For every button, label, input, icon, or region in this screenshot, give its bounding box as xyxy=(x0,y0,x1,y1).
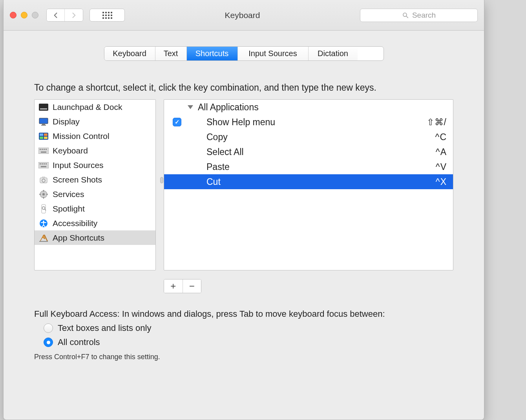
svg-rect-21 xyxy=(44,163,45,164)
footer-hint: Press Control+F7 to change this setting. xyxy=(34,353,453,361)
radio-checked-icon[interactable] xyxy=(44,338,53,347)
mission-control-icon xyxy=(38,132,49,141)
svg-rect-26 xyxy=(42,177,45,178)
svg-rect-6 xyxy=(41,125,46,126)
app-shortcuts-icon xyxy=(38,234,49,242)
minimize-window-button[interactable] xyxy=(21,12,27,18)
svg-point-0 xyxy=(403,13,407,16)
key-combo[interactable]: ⇧⌘/ xyxy=(404,117,447,128)
keyboard-icon xyxy=(38,146,49,155)
add-button[interactable]: + xyxy=(164,279,183,293)
tab-shortcuts[interactable]: Shortcuts xyxy=(187,47,238,60)
search-icon xyxy=(402,12,409,19)
toolbar: Keyboard Search xyxy=(4,0,484,31)
window-title: Keyboard xyxy=(129,11,356,20)
shortcut-show-help-menu[interactable]: ✓ Show Help menu ⇧⌘/ xyxy=(164,115,453,130)
radio-icon[interactable] xyxy=(44,323,53,333)
tab-keyboard[interactable]: Keyboard xyxy=(104,47,155,60)
input-sources-icon xyxy=(38,161,49,170)
screenshot-icon xyxy=(38,175,49,184)
category-launchpad-dock[interactable]: Launchpad & Dock xyxy=(35,100,155,114)
category-accessibility[interactable]: Accessibility xyxy=(35,216,155,230)
chevron-left-icon xyxy=(51,11,60,19)
forward-button[interactable] xyxy=(65,9,83,21)
category-mission-control[interactable]: Mission Control xyxy=(35,129,155,143)
services-icon xyxy=(38,190,49,199)
tab-dictation[interactable]: Dictation xyxy=(309,47,358,60)
accessibility-icon xyxy=(38,219,49,228)
key-combo[interactable]: ^V xyxy=(404,162,447,172)
display-icon xyxy=(38,117,49,126)
svg-rect-20 xyxy=(42,163,43,164)
svg-rect-10 xyxy=(40,137,43,139)
preferences-window: Keyboard Search Keyboard Text Shortcuts … xyxy=(3,0,484,420)
category-spotlight[interactable]: Spotlight xyxy=(35,201,155,216)
svg-line-1 xyxy=(406,16,408,18)
svg-point-28 xyxy=(42,193,45,195)
search-field[interactable]: Search xyxy=(360,9,478,22)
key-combo[interactable]: ^A xyxy=(404,147,447,157)
svg-rect-19 xyxy=(40,163,41,164)
tab-input-sources[interactable]: Input Sources xyxy=(238,47,309,60)
svg-rect-4 xyxy=(39,118,48,124)
panes: Launchpad & Dock Display Mission Control xyxy=(34,99,453,270)
close-window-button[interactable] xyxy=(10,12,16,18)
resize-handle[interactable] xyxy=(160,177,163,183)
instructions-text: To change a shortcut, select it, click t… xyxy=(34,82,472,93)
disclosure-triangle-icon[interactable] xyxy=(188,105,193,109)
nav-segment xyxy=(46,9,83,22)
back-button[interactable] xyxy=(47,9,65,21)
spotlight-icon xyxy=(38,205,49,213)
svg-rect-9 xyxy=(44,133,47,136)
svg-rect-18 xyxy=(38,162,49,168)
add-remove-segment: + − xyxy=(164,279,201,293)
svg-rect-15 xyxy=(44,149,45,150)
key-combo[interactable]: ^X xyxy=(404,177,447,187)
svg-rect-16 xyxy=(46,149,47,150)
svg-rect-3 xyxy=(40,108,47,110)
shortcut-cut[interactable]: Cut ^X xyxy=(164,174,453,189)
footer: Full Keyboard Access: In windows and dia… xyxy=(34,309,453,361)
radio-all-controls[interactable]: All controls xyxy=(44,337,453,347)
remove-button[interactable]: − xyxy=(183,279,201,293)
tab-text[interactable]: Text xyxy=(155,47,187,60)
svg-rect-12 xyxy=(38,148,49,154)
detail-wrap: All Applications ✓ Show Help menu ⇧⌘/ Co… xyxy=(164,99,453,270)
footer-heading: Full Keyboard Access: In windows and dia… xyxy=(34,309,453,319)
shortcut-copy[interactable]: Copy ^C xyxy=(164,130,453,144)
svg-rect-22 xyxy=(46,163,47,164)
category-display[interactable]: Display xyxy=(35,114,155,129)
svg-rect-17 xyxy=(41,152,46,153)
svg-rect-8 xyxy=(40,133,43,136)
svg-rect-11 xyxy=(44,137,47,139)
svg-rect-38 xyxy=(39,241,48,242)
group-title: All Applications xyxy=(198,102,259,113)
search-placeholder: Search xyxy=(412,11,436,20)
category-services[interactable]: Services xyxy=(35,187,155,201)
svg-point-37 xyxy=(43,221,44,222)
grid-icon xyxy=(102,12,112,19)
svg-rect-2 xyxy=(39,104,48,111)
content-area: Keyboard Text Shortcuts Input Sources Di… xyxy=(4,31,484,369)
checkbox-checked-icon[interactable]: ✓ xyxy=(173,118,181,126)
pref-tabs: Keyboard Text Shortcuts Input Sources Di… xyxy=(104,46,384,61)
svg-rect-23 xyxy=(41,166,46,167)
svg-rect-13 xyxy=(40,149,41,150)
show-all-button[interactable] xyxy=(89,9,125,22)
svg-rect-5 xyxy=(42,124,45,125)
category-keyboard[interactable]: Keyboard xyxy=(35,143,155,158)
category-app-shortcuts[interactable]: App Shortcuts xyxy=(35,230,155,245)
group-all-applications[interactable]: All Applications xyxy=(164,100,453,115)
category-screen-shots[interactable]: Screen Shots xyxy=(35,172,155,187)
shortcut-select-all[interactable]: Select All ^A xyxy=(164,144,453,159)
chevron-right-icon xyxy=(69,11,79,19)
radio-text-only[interactable]: Text boxes and lists only xyxy=(44,323,453,333)
key-combo[interactable]: ^C xyxy=(404,132,447,142)
zoom-window-button[interactable] xyxy=(32,12,38,18)
shortcut-list[interactable]: All Applications ✓ Show Help menu ⇧⌘/ Co… xyxy=(164,99,453,270)
shortcut-paste[interactable]: Paste ^V xyxy=(164,159,453,174)
category-list[interactable]: Launchpad & Dock Display Mission Control xyxy=(34,99,156,270)
category-input-sources[interactable]: Input Sources xyxy=(35,158,155,172)
svg-rect-14 xyxy=(42,149,43,150)
window-controls xyxy=(10,12,38,18)
